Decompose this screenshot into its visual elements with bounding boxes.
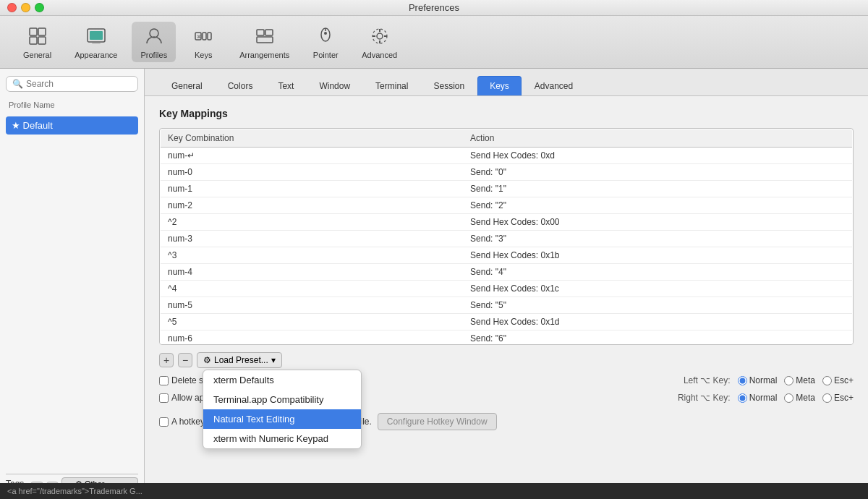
right-esc-option[interactable]: Esc+	[822, 393, 854, 403]
delete-checkbox[interactable]	[159, 376, 169, 385]
right-meta-radio[interactable]	[784, 393, 793, 403]
dropdown-item-natural-text[interactable]: Natural Text Editing	[203, 409, 361, 429]
toolbar-item-arrangements[interactable]: Arrangements	[231, 22, 298, 62]
right-meta-option[interactable]: Meta	[784, 393, 815, 403]
key-action: Send: "0"	[463, 164, 852, 181]
left-meta-radio[interactable]	[784, 376, 793, 385]
table-row[interactable]: num-2Send: "2"	[161, 197, 853, 214]
key-combination: num-2	[161, 197, 464, 214]
search-input[interactable]	[26, 79, 132, 89]
tab-text[interactable]: Text	[265, 76, 306, 95]
search-box[interactable]: 🔍	[6, 76, 138, 92]
toolbar-appearance-label: Appearance	[75, 51, 117, 59]
table-row[interactable]: ^2Send Hex Codes: 0x00	[161, 214, 853, 231]
toolbar-item-profiles[interactable]: Profiles	[132, 22, 176, 62]
maximize-button[interactable]	[35, 3, 44, 12]
profile-list: ★ Default	[6, 116, 138, 468]
titlebar: Preferences	[0, 0, 868, 16]
dropdown-item-numeric-keypad[interactable]: xterm with Numeric Keypad	[203, 429, 361, 448]
dropdown-item-terminal-compatibility[interactable]: Terminal.app Compatibility	[203, 390, 361, 409]
key-action: Send Hex Codes: 0xd	[463, 148, 852, 164]
key-combination: ^5	[161, 314, 464, 330]
svg-point-7	[150, 29, 158, 38]
table-row[interactable]: num-4Send: "4"	[161, 264, 853, 281]
tab-session[interactable]: Session	[421, 76, 477, 95]
key-combination: ^2	[161, 214, 464, 231]
table-row[interactable]: ^5Send Hex Codes: 0x1d	[161, 314, 853, 330]
key-combination: num-4	[161, 264, 464, 281]
left-normal-option[interactable]: Normal	[738, 375, 778, 385]
close-button[interactable]	[7, 3, 17, 12]
toolbar-item-keys[interactable]: ⌘ Keys	[182, 22, 225, 62]
bottom-strip: <a href="/trademarks">Trademark G...	[0, 483, 868, 499]
key-action: Send: "2"	[463, 197, 852, 214]
table-row[interactable]: num-0Send: "0"	[161, 164, 853, 181]
table-row[interactable]: ^3Send Hex Codes: 0x1b	[161, 247, 853, 264]
hotkey-checkbox[interactable]	[159, 417, 169, 427]
toolbar-profiles-label: Profiles	[140, 51, 167, 59]
col-header-action: Action	[463, 129, 852, 148]
table-row[interactable]: num-6Send: "6"	[161, 330, 853, 346]
key-action: Send: "6"	[463, 330, 852, 346]
main-content: 🔍 Profile Name ★ Default Tags > + − ⚙ ⚙ …	[0, 69, 868, 499]
panel-content: Key Mappings Key Combination Action num-…	[145, 96, 868, 499]
right-normal-radio[interactable]	[738, 393, 747, 403]
left-esc-option[interactable]: Esc+	[822, 375, 854, 385]
svg-rect-10	[208, 33, 211, 40]
remove-key-button[interactable]: −	[178, 353, 192, 367]
table-row[interactable]: num-5Send: "5"	[161, 297, 853, 314]
minimize-button[interactable]	[21, 3, 30, 12]
key-mappings-table: Key Combination Action num-↵Send Hex Cod…	[160, 129, 853, 345]
right-panel: General Colors Text Window Terminal Sess…	[145, 69, 868, 499]
key-action: Send Hex Codes: 0x1c	[463, 281, 852, 297]
tab-advanced[interactable]: Advanced	[522, 76, 585, 95]
key-mappings-table-wrapper[interactable]: Key Combination Action num-↵Send Hex Cod…	[159, 128, 854, 345]
dropdown-item-xterm-defaults[interactable]: xterm Defaults	[203, 370, 361, 390]
table-row[interactable]: num-1Send: "1"	[161, 181, 853, 197]
add-key-button[interactable]: +	[159, 353, 174, 367]
right-normal-option[interactable]: Normal	[738, 393, 778, 403]
tab-keys[interactable]: Keys	[477, 76, 522, 95]
toolbar-item-advanced[interactable]: Advanced	[353, 22, 406, 62]
key-combination: num-6	[161, 330, 464, 346]
tab-window[interactable]: Window	[307, 76, 362, 95]
svg-rect-1	[38, 28, 46, 35]
allow-checkbox[interactable]	[159, 393, 169, 403]
profile-item-default[interactable]: ★ Default	[6, 116, 138, 135]
toolbar-keys-label: Keys	[195, 51, 212, 59]
svg-rect-14	[257, 37, 273, 43]
left-esc-radio[interactable]	[822, 376, 832, 385]
load-preset-label: Load Preset...	[214, 355, 268, 365]
svg-rect-12	[257, 30, 264, 35]
table-row[interactable]: num-3Send: "3"	[161, 231, 853, 247]
svg-point-17	[324, 32, 327, 35]
table-row[interactable]: ^4Send Hex Codes: 0x1c	[161, 281, 853, 297]
toolbar-advanced-label: Advanced	[362, 51, 397, 59]
toolbar-item-appearance[interactable]: Appearance	[66, 22, 126, 62]
tab-bar: General Colors Text Window Terminal Sess…	[145, 69, 868, 96]
appearance-icon	[85, 25, 108, 48]
right-esc-radio[interactable]	[822, 393, 832, 403]
left-key-label: Left ⌥ Key:	[684, 375, 731, 385]
titlebar-buttons	[7, 3, 44, 12]
key-combination: num-1	[161, 181, 464, 197]
key-action: Send Hex Codes: 0x00	[463, 214, 852, 231]
left-key-group: Left ⌥ Key: Normal Meta Esc+	[684, 375, 854, 385]
right-esc-label: Esc+	[834, 393, 854, 403]
toolbar-item-pointer[interactable]: Pointer	[304, 22, 347, 62]
left-meta-option[interactable]: Meta	[784, 375, 815, 385]
pointer-icon	[314, 25, 337, 48]
bottom-strip-text: <a href="/trademarks">Trademark G...	[7, 487, 142, 495]
load-preset-button[interactable]: ⚙ Load Preset... ▾	[197, 352, 282, 368]
left-normal-radio[interactable]	[738, 376, 747, 385]
toolbar-item-general[interactable]: General	[14, 22, 60, 62]
key-combination: num-3	[161, 231, 464, 247]
configure-hotkey-button[interactable]: Configure Hotkey Window	[378, 413, 497, 430]
tab-terminal[interactable]: Terminal	[363, 76, 420, 95]
gear-icon-preset: ⚙	[203, 355, 211, 365]
svg-rect-3	[38, 37, 46, 44]
table-row[interactable]: num-↵Send Hex Codes: 0xd	[161, 148, 853, 164]
tab-colors[interactable]: Colors	[216, 76, 265, 95]
tab-general[interactable]: General	[159, 76, 215, 95]
table-toolbar: + − ⚙ Load Preset... ▾ xterm Defaults Te…	[159, 352, 854, 368]
